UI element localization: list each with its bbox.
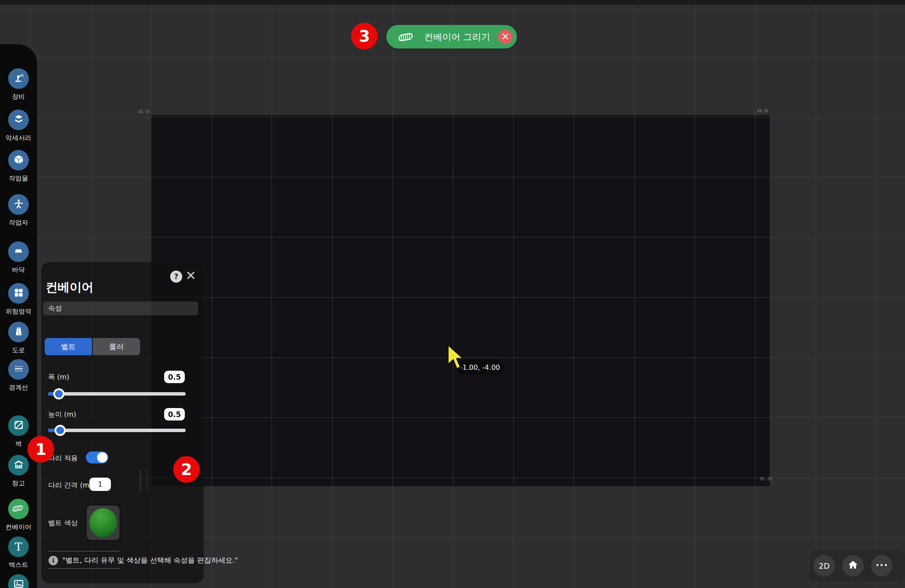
home-view-button[interactable] <box>842 555 864 576</box>
sidebar-item-warehouse[interactable]: 창고 <box>0 455 37 487</box>
sidebar-item-label: 도로 <box>0 346 37 354</box>
zone-corner-label-top-right: 25, 15 <box>757 109 768 113</box>
belt-color-label: 벨트 색상 <box>48 519 78 528</box>
warehouse-icon <box>13 459 24 472</box>
belt-roller-tabs: 벨트 롤러 <box>45 338 140 355</box>
boundary-line-icon <box>13 363 24 376</box>
sidebar-item-equipment[interactable]: 장비 <box>0 68 37 101</box>
sidebar-item-text[interactable]: T 텍스트 <box>0 536 37 569</box>
box-icon <box>13 154 24 167</box>
canvas-top-strip <box>0 0 905 5</box>
sidebar-item-worker[interactable]: 작업자 <box>0 194 37 227</box>
road-icon <box>13 326 24 339</box>
help-icon[interactable]: ? <box>170 271 182 283</box>
height-label: 높이 (m) <box>48 410 76 419</box>
close-icon[interactable]: ✕ <box>184 269 198 283</box>
info-icon: i <box>49 556 58 565</box>
step-badge-2: 2 <box>173 456 200 483</box>
panel-title: 컨베이어 <box>46 279 94 296</box>
photo-icon <box>13 578 24 588</box>
wall-icon <box>13 419 24 433</box>
tab-roller[interactable]: 롤러 <box>93 338 140 355</box>
conveyor-icon <box>12 503 25 515</box>
legs-toggle[interactable] <box>86 451 108 463</box>
grid-icon <box>13 287 24 300</box>
app-root: -25, 15 25, 15 25, -15 -1.00, -4.00 장비 <box>0 0 905 588</box>
sidebar-item-label: 작업물 <box>0 174 37 183</box>
zone-corner-label-top-left: -25, 15 <box>129 110 150 114</box>
sidebar-item-label: 창고 <box>0 479 37 487</box>
sidebar-item-label: 경계선 <box>0 384 37 392</box>
conveyor-properties-panel: ? ✕ 컨베이어 속성 벨트 롤러 폭 (m) 0.5 높이 (m) 0.5 다… <box>41 262 204 583</box>
tool-sidebar: 장비 악세서리 작업물 <box>0 44 37 588</box>
sidebar-item-road[interactable]: 도로 <box>0 322 37 354</box>
sidebar-item-accessories[interactable]: 악세서리 <box>0 110 37 142</box>
step-badge-3: 3 <box>351 23 378 49</box>
more-options-button[interactable]: ••• <box>871 555 893 576</box>
footer-hint-text: "벨트, 다리 유무 및 색상을 선택해 속성을 편집하세요." <box>62 556 238 565</box>
divider <box>48 551 119 551</box>
panel-footer-hint: i "벨트, 다리 유무 및 색상을 선택해 속성을 편집하세요." <box>49 556 238 565</box>
toggle-knob <box>97 452 107 463</box>
sidebar-item-photo[interactable]: 사진 <box>0 574 37 588</box>
step-badge-1: 1 <box>28 436 54 463</box>
view-mode-2d-button[interactable]: 2D <box>813 555 835 576</box>
cancel-draw-icon[interactable]: ✕ <box>498 30 513 44</box>
width-slider[interactable] <box>48 388 186 399</box>
canvas-render-artifact <box>140 471 147 491</box>
floor-icon <box>13 245 24 259</box>
width-label: 폭 (m) <box>48 373 69 382</box>
person-icon <box>13 198 24 211</box>
sidebar-item-boundary[interactable]: 경계선 <box>0 359 37 392</box>
sidebar-item-danger-zone[interactable]: 위험영역 <box>0 283 37 316</box>
sidebar-item-label: 바닥 <box>0 266 37 274</box>
sidebar-item-label: 텍스트 <box>0 561 37 569</box>
conveyor-icon <box>397 31 416 43</box>
draw-conveyor-label: 컨베이어 그리기 <box>416 31 498 43</box>
width-slider-track[interactable] <box>48 392 186 396</box>
belt-color-swatch[interactable] <box>85 504 121 542</box>
height-slider[interactable] <box>48 425 186 436</box>
floor-zone[interactable] <box>151 115 770 486</box>
sidebar-item-label: 작업자 <box>0 219 37 227</box>
height-slider-thumb[interactable] <box>55 425 66 436</box>
leg-spacing-label: 다리 간격 (m) <box>48 481 92 490</box>
sidebar-item-workpiece[interactable]: 작업물 <box>0 150 37 183</box>
sidebar-item-conveyor[interactable]: 컨베이어 <box>0 499 37 531</box>
belt-color-ball <box>89 508 117 537</box>
robot-arm-icon <box>13 72 24 85</box>
width-value-box[interactable]: 0.5 <box>164 371 185 383</box>
sidebar-item-label: 컨베이어 <box>0 523 37 531</box>
draw-conveyor-pill[interactable]: 컨베이어 그리기 ✕ <box>386 25 517 49</box>
leg-spacing-input[interactable]: 1 <box>89 478 111 491</box>
zone-corner-label-bottom-right: 25, -15 <box>760 477 772 481</box>
width-slider-thumb[interactable] <box>53 388 64 399</box>
divider <box>48 568 119 569</box>
sidebar-item-floor[interactable]: 바닥 <box>0 241 37 274</box>
home-icon <box>847 559 859 572</box>
properties-section-header: 속성 <box>43 302 198 315</box>
text-icon: T <box>15 541 22 552</box>
sidebar-item-label: 악세서리 <box>0 134 37 142</box>
tab-belt[interactable]: 벨트 <box>45 338 92 355</box>
mouse-cursor-icon <box>445 344 468 375</box>
sidebar-item-label: 장비 <box>0 93 37 101</box>
layers-icon <box>13 113 24 127</box>
view-controls: 2D ••• <box>810 550 905 581</box>
sidebar-item-label: 위험영역 <box>0 308 37 316</box>
height-slider-track[interactable] <box>48 429 186 432</box>
height-value-box[interactable]: 0.5 <box>164 408 185 420</box>
